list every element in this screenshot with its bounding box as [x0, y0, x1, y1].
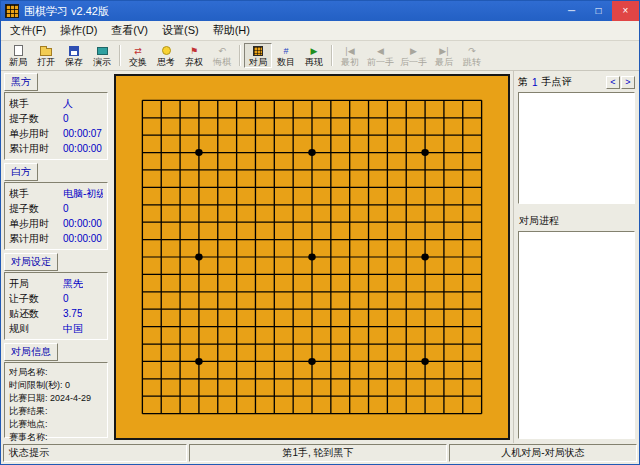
white-captures-label: 提子数	[9, 202, 63, 216]
menu-bar: 文件(F) 操作(D) 查看(V) 设置(S) 帮助(H)	[1, 21, 639, 41]
window-controls: ─ □ ×	[558, 1, 639, 21]
white-total-time-row: 累计用时 00:00:00	[9, 231, 103, 246]
play-label: 对局	[249, 57, 267, 67]
prev-move-label: 前一手	[367, 57, 394, 67]
pass-flag-icon: ⚑	[190, 45, 198, 57]
black-total-time-row: 累计用时 00:00:00	[9, 141, 103, 156]
new-game-button[interactable]: 新局	[4, 43, 32, 68]
black-step-time-value: 00:00:07	[63, 128, 102, 139]
review-prev-button[interactable]: <	[606, 76, 620, 89]
jump-arrow-icon: ↷	[468, 45, 476, 57]
black-captures-label: 提子数	[9, 112, 63, 126]
right-panel: 第 1 手点评 < > 对局进程	[513, 71, 639, 443]
last-move-icon: ▶|	[439, 45, 448, 57]
status-turn-cell: 第1手, 轮到黑下	[189, 444, 447, 462]
menu-settings[interactable]: 设置(S)	[155, 21, 206, 40]
open-button[interactable]: 打开	[32, 43, 60, 68]
handicap-value: 0	[63, 293, 69, 304]
game-progress-header: 对局进程	[519, 214, 635, 228]
window-title: 围棋学习 v2.42版	[24, 4, 558, 19]
white-captures-value: 0	[63, 203, 69, 214]
jump-button[interactable]: ↷ 跳转	[458, 43, 486, 68]
demo-monitor-icon	[97, 45, 108, 57]
play-mode-button[interactable]: 对局	[244, 43, 272, 68]
game-progress-list[interactable]	[518, 231, 635, 439]
title-bar: 围棋学习 v2.42版 ─ □ ×	[1, 1, 639, 21]
black-total-time-label: 累计用时	[9, 142, 63, 156]
left-panel: 黑方 棋手 人 提子数 0 单步用时 00:00:07 累计	[1, 71, 111, 443]
menu-action[interactable]: 操作(D)	[53, 21, 104, 40]
replay-button[interactable]: ▶ 再现	[300, 43, 328, 68]
white-section-body: 棋手 电脑-初级 提子数 0 单步用时 00:00:00 累计用时 00:00:…	[4, 182, 108, 250]
count-button[interactable]: # 数目	[272, 43, 300, 68]
menu-view[interactable]: 查看(V)	[104, 21, 155, 40]
demo-button[interactable]: 演示	[88, 43, 116, 68]
opening-value: 黑先	[63, 277, 83, 291]
board-grid	[116, 76, 508, 438]
maximize-button[interactable]: □	[585, 1, 612, 21]
prev-move-button[interactable]: ◀ 前一手	[364, 43, 397, 68]
menu-help[interactable]: 帮助(H)	[206, 21, 257, 40]
match-date-line: 比赛日期: 2024-4-29	[9, 392, 103, 405]
undo-move-button[interactable]: ↶ 悔棋	[208, 43, 236, 68]
save-label: 保存	[65, 57, 83, 67]
close-button[interactable]: ×	[612, 1, 639, 21]
review-suffix: 手点评	[542, 75, 572, 89]
toolbar-separator	[331, 45, 333, 66]
handicap-label: 让子数	[9, 292, 63, 306]
game-name-line: 对局名称:	[9, 366, 103, 379]
black-section-header: 黑方	[4, 73, 38, 91]
white-step-time-label: 单步用时	[9, 217, 63, 231]
main-area: 黑方 棋手 人 提子数 0 单步用时 00:00:07 累计	[1, 71, 639, 443]
prev-move-icon: ◀	[377, 45, 384, 57]
settings-section-header: 对局设定	[4, 253, 58, 271]
black-step-time-row: 单步用时 00:00:07	[9, 126, 103, 141]
move-review-text-area[interactable]	[518, 92, 635, 204]
game-settings-section: 对局设定 开局 黑先 让子数 0 贴还数 3.75 规则	[4, 253, 108, 340]
think-label: 思考	[157, 57, 175, 67]
first-move-icon: |◀	[345, 45, 354, 57]
black-captures-row: 提子数 0	[9, 111, 103, 126]
white-step-time-row: 单步用时 00:00:00	[9, 216, 103, 231]
white-step-time-value: 00:00:00	[63, 218, 102, 229]
go-board[interactable]	[114, 74, 510, 440]
pass-button[interactable]: ⚑ 弃权	[180, 43, 208, 68]
black-step-time-label: 单步用时	[9, 127, 63, 141]
next-move-icon: ▶	[410, 45, 417, 57]
first-move-button[interactable]: |◀ 最初	[336, 43, 364, 68]
white-total-time-label: 累计用时	[9, 232, 63, 246]
last-move-button[interactable]: ▶| 最后	[430, 43, 458, 68]
count-icon: #	[283, 45, 288, 57]
review-next-button[interactable]: >	[621, 76, 635, 89]
menu-file[interactable]: 文件(F)	[3, 21, 53, 40]
minimize-button[interactable]: ─	[558, 1, 585, 21]
rules-label: 规则	[9, 322, 63, 336]
toolbar-separator	[239, 45, 241, 66]
next-move-button[interactable]: ▶ 后一手	[397, 43, 430, 68]
black-player-section: 黑方 棋手 人 提子数 0 单步用时 00:00:07 累计	[4, 73, 108, 160]
komi-label: 贴还数	[9, 307, 63, 321]
toolbar: 新局 打开 保存 演示 ⇄ 交换 思考 ⚑ 弃权 ↶ 悔棋	[1, 41, 639, 71]
black-captures-value: 0	[63, 113, 69, 124]
app-window: 围棋学习 v2.42版 ─ □ × 文件(F) 操作(D) 查看(V) 设置(S…	[0, 0, 640, 465]
white-player-section: 白方 棋手 电脑-初级 提子数 0 单步用时 00:00:00	[4, 163, 108, 250]
opening-label: 开局	[9, 277, 63, 291]
undo-label: 悔棋	[213, 57, 231, 67]
save-button[interactable]: 保存	[60, 43, 88, 68]
play-board-icon	[253, 45, 263, 57]
info-section-header: 对局信息	[4, 343, 58, 361]
match-result-line: 比赛结果:	[9, 405, 103, 418]
black-player-label: 棋手	[9, 97, 63, 111]
black-player-row: 棋手 人	[9, 96, 103, 111]
first-move-label: 最初	[341, 57, 359, 67]
think-button[interactable]: 思考	[152, 43, 180, 68]
board-area	[111, 71, 513, 443]
rules-row: 规则 中国	[9, 321, 103, 336]
white-captures-row: 提子数 0	[9, 201, 103, 216]
swap-button[interactable]: ⇄ 交换	[124, 43, 152, 68]
komi-row: 贴还数 3.75	[9, 306, 103, 321]
white-section-header: 白方	[4, 163, 38, 181]
move-review-header: 第 1 手点评 < >	[518, 75, 635, 89]
new-game-icon	[14, 45, 23, 57]
handicap-row: 让子数 0	[9, 291, 103, 306]
